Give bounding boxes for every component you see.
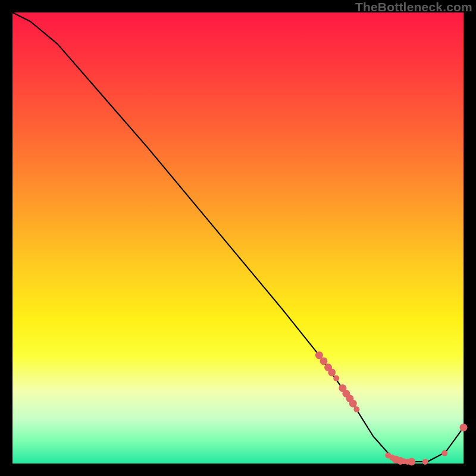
marker-dot [333,375,339,381]
chart-svg [12,12,464,464]
marker-dot [328,368,336,376]
watermark-text: TheBottleneck.com [355,0,472,14]
marker-dot [320,357,328,365]
marker-dot [349,400,357,408]
bottleneck-curve [12,12,464,462]
chart-stage: TheBottleneck.com [0,0,476,476]
highlight-markers [315,352,468,466]
plot-area [12,12,464,464]
marker-dot [353,406,359,412]
marker-dot [460,424,468,431]
marker-dot [408,458,415,466]
marker-dot [422,459,428,465]
marker-dot [441,450,447,456]
